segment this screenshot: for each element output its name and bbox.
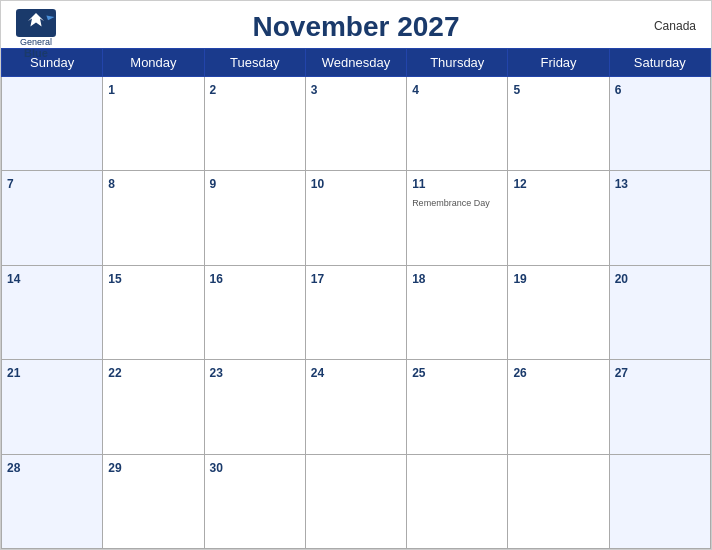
calendar-week-row: 282930 [2, 454, 711, 548]
day-number: 22 [108, 366, 121, 380]
calendar-cell: 11Remembrance Day [407, 171, 508, 265]
day-number: 24 [311, 366, 324, 380]
header-tuesday: Tuesday [204, 49, 305, 77]
calendar-cell: 10 [305, 171, 406, 265]
day-number: 18 [412, 272, 425, 286]
calendar-cell: 15 [103, 265, 204, 359]
calendar-cell [508, 454, 609, 548]
calendar-week-row: 123456 [2, 77, 711, 171]
calendar-cell: 2 [204, 77, 305, 171]
calendar-cell: 1 [103, 77, 204, 171]
day-number: 11 [412, 177, 425, 191]
calendar-header: General Blue November 2027 Canada [1, 1, 711, 48]
day-number: 28 [7, 461, 20, 475]
calendar-cell [609, 454, 710, 548]
header-thursday: Thursday [407, 49, 508, 77]
calendar-cell: 26 [508, 360, 609, 454]
day-number: 17 [311, 272, 324, 286]
header-monday: Monday [103, 49, 204, 77]
calendar-cell: 6 [609, 77, 710, 171]
calendar-cell: 28 [2, 454, 103, 548]
calendar-cell: 4 [407, 77, 508, 171]
calendar-cell: 18 [407, 265, 508, 359]
calendar-cell: 16 [204, 265, 305, 359]
day-number: 2 [210, 83, 217, 97]
logo-icon [16, 9, 56, 37]
day-number: 6 [615, 83, 622, 97]
day-number: 21 [7, 366, 20, 380]
calendar-cell: 3 [305, 77, 406, 171]
calendar-cell [2, 77, 103, 171]
calendar-container: General Blue November 2027 Canada Sunday… [0, 0, 712, 550]
calendar-cell: 5 [508, 77, 609, 171]
calendar-cell: 19 [508, 265, 609, 359]
day-number: 20 [615, 272, 628, 286]
day-number: 27 [615, 366, 628, 380]
day-number: 3 [311, 83, 318, 97]
calendar-cell: 30 [204, 454, 305, 548]
calendar-cell: 14 [2, 265, 103, 359]
day-number: 13 [615, 177, 628, 191]
day-number: 26 [513, 366, 526, 380]
calendar-cell: 7 [2, 171, 103, 265]
day-number: 12 [513, 177, 526, 191]
day-number: 23 [210, 366, 223, 380]
day-number: 9 [210, 177, 217, 191]
day-number: 16 [210, 272, 223, 286]
calendar-cell [305, 454, 406, 548]
day-number: 30 [210, 461, 223, 475]
calendar-cell: 23 [204, 360, 305, 454]
day-number: 7 [7, 177, 14, 191]
calendar-cell: 13 [609, 171, 710, 265]
day-number: 5 [513, 83, 520, 97]
calendar-cell: 22 [103, 360, 204, 454]
calendar-cell: 21 [2, 360, 103, 454]
calendar-cell: 29 [103, 454, 204, 548]
header-saturday: Saturday [609, 49, 710, 77]
calendar-week-row: 14151617181920 [2, 265, 711, 359]
calendar-week-row: 21222324252627 [2, 360, 711, 454]
day-number: 14 [7, 272, 20, 286]
event-label: Remembrance Day [412, 198, 490, 208]
calendar-title: November 2027 [252, 11, 459, 43]
calendar-cell: 12 [508, 171, 609, 265]
calendar-week-row: 7891011Remembrance Day1213 [2, 171, 711, 265]
logo: General Blue [16, 9, 56, 59]
calendar-cell: 27 [609, 360, 710, 454]
calendar-cell: 17 [305, 265, 406, 359]
logo-general: General [20, 37, 52, 47]
day-number: 10 [311, 177, 324, 191]
header-friday: Friday [508, 49, 609, 77]
day-number: 29 [108, 461, 121, 475]
calendar-cell: 24 [305, 360, 406, 454]
day-number: 8 [108, 177, 115, 191]
weekday-header-row: Sunday Monday Tuesday Wednesday Thursday… [2, 49, 711, 77]
day-number: 25 [412, 366, 425, 380]
day-number: 1 [108, 83, 115, 97]
calendar-cell [407, 454, 508, 548]
day-number: 15 [108, 272, 121, 286]
calendar-table: Sunday Monday Tuesday Wednesday Thursday… [1, 48, 711, 549]
logo-blue: Blue [24, 47, 48, 59]
calendar-cell: 25 [407, 360, 508, 454]
header-wednesday: Wednesday [305, 49, 406, 77]
calendar-cell: 8 [103, 171, 204, 265]
country-label: Canada [654, 19, 696, 33]
day-number: 4 [412, 83, 419, 97]
calendar-cell: 9 [204, 171, 305, 265]
calendar-cell: 20 [609, 265, 710, 359]
day-number: 19 [513, 272, 526, 286]
